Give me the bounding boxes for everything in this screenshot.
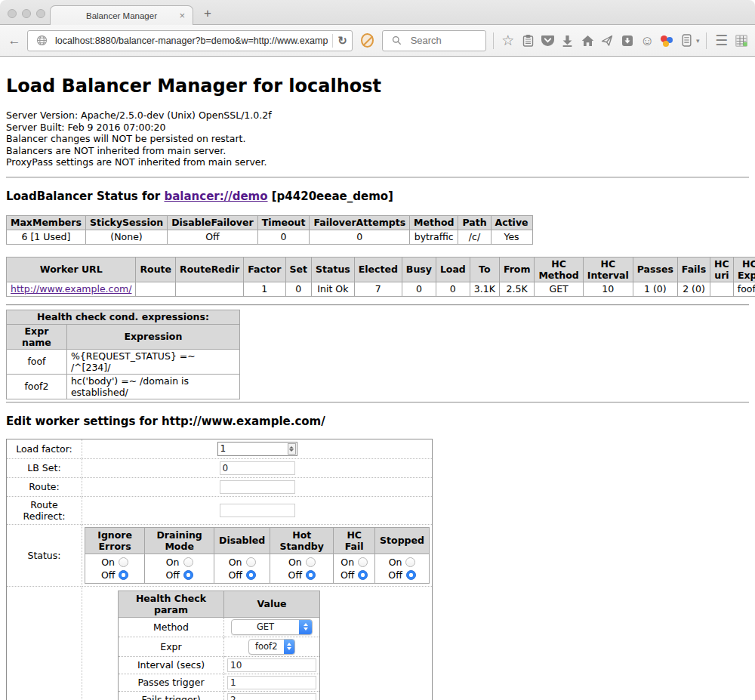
draining-mode-on-radio[interactable] — [183, 557, 193, 567]
search-input[interactable] — [411, 35, 479, 46]
ignore-errors-on-radio[interactable] — [119, 557, 128, 567]
table-header-row: Worker URL Route RouteRedir Factor Set S… — [7, 257, 755, 282]
worker-status-table: Worker URL Route RouteRedir Factor Set S… — [6, 257, 755, 297]
spreadsheet-extension-icon[interactable] — [734, 32, 749, 50]
url-text[interactable]: localhost:8880/balancer-manager?b=demo&w… — [55, 35, 328, 46]
table-row: 6 [1 Used] (None) Off 0 0 bytraffic /c/ … — [7, 230, 533, 244]
route-redirect-row: Route Redirect: — [7, 496, 433, 524]
table-header-row: Expr name Expression — [7, 324, 240, 349]
hot-standby-on-radio[interactable] — [306, 557, 316, 567]
expr-row-foof2: foof2 hc('body') =~ /domain is establish… — [7, 374, 240, 399]
tab-close-icon[interactable]: × — [179, 11, 185, 20]
hc-fails-row: Fails trigger) — [119, 691, 320, 700]
number-spinner[interactable] — [288, 443, 296, 455]
new-tab-button[interactable]: + — [204, 6, 211, 21]
hc-fail-cell: On Off — [334, 554, 375, 583]
send-icon[interactable] — [599, 32, 615, 50]
lb-set-input[interactable] — [220, 461, 295, 475]
browser-window: Balancer Manager × + ← localhost:8880/ba… — [0, 0, 755, 700]
inherit-note-line: Balancers are NOT inherited from main se… — [6, 145, 749, 157]
worker-url-link[interactable]: http://www.example.com/ — [11, 283, 131, 294]
close-window-button[interactable] — [8, 9, 17, 18]
chevron-down-icon[interactable]: ▾ — [696, 37, 700, 45]
disabled-cell: On Off — [214, 554, 270, 583]
load-factor-label: Load factor: — [7, 439, 82, 458]
disabled-off-radio[interactable] — [246, 570, 256, 580]
route-row: Route: — [7, 477, 433, 496]
loadbalancer-status-heading: LoadBalancer Status for balancer://demo … — [6, 190, 749, 203]
status-radios-row: On Off On Off On Off — [85, 554, 430, 583]
menu-icon[interactable]: ☰ — [713, 32, 729, 50]
interval-input[interactable] — [227, 658, 316, 672]
search-icon — [388, 32, 406, 50]
search-bar[interactable] — [382, 30, 486, 51]
health-check-row: Health Check param Value Method GET — [7, 586, 433, 700]
urlbar-divider — [332, 34, 333, 48]
zoom-window-button[interactable] — [36, 9, 45, 18]
pocket-icon[interactable] — [540, 32, 555, 50]
hot-standby-cell: On Off — [270, 554, 334, 583]
chat-smiley-icon[interactable]: ☺ — [639, 32, 655, 50]
colored-dots-icon[interactable] — [659, 32, 674, 50]
fails-trigger-input[interactable] — [227, 693, 316, 700]
route-input[interactable] — [220, 480, 295, 494]
table-header-row: MaxMembers StickySession DisableFailover… — [7, 215, 533, 230]
url-bar[interactable]: localhost:8880/balancer-manager?b=demo&w… — [27, 30, 353, 51]
ignore-errors-off-radio[interactable] — [119, 570, 128, 580]
divider — [6, 304, 749, 306]
extension-download-icon[interactable] — [620, 32, 635, 50]
tab-title: Balancer Manager — [86, 11, 157, 20]
disabled-on-radio[interactable] — [246, 557, 256, 567]
server-version-line: Server Version: Apache/2.5.0-dev (Unix) … — [6, 109, 749, 122]
expr-select[interactable]: foof2 — [248, 639, 295, 655]
method-select[interactable]: GET — [231, 619, 313, 635]
select-arrows-icon — [299, 619, 312, 635]
window-controls — [8, 9, 45, 18]
balancer-demo-link[interactable]: balancer://demo — [164, 190, 267, 203]
hc-header-row: Health Check param Value — [119, 591, 320, 617]
hc-fail-off-radio[interactable] — [358, 570, 368, 580]
proxypass-note-line: ProxyPass settings are NOT inherited fro… — [6, 156, 749, 168]
toolbar-divider — [493, 32, 494, 49]
clipboard-icon[interactable] — [520, 32, 535, 50]
adblock-icon[interactable] — [361, 33, 374, 48]
health-check-table: Health Check param Value Method GET — [118, 591, 320, 700]
home-icon[interactable] — [580, 32, 595, 50]
route-redirect-label: Route Redirect: — [7, 496, 82, 524]
load-factor-input[interactable]: 1 — [217, 442, 297, 456]
hc-interval-row: Interval (secs) — [119, 656, 320, 674]
tab-balancer-manager[interactable]: Balancer Manager × — [50, 5, 193, 25]
hc-fail-on-radio[interactable] — [358, 557, 368, 567]
worker-row: http://www.example.com/ 1 0 Init Ok 7 0 … — [7, 282, 755, 296]
status-header-row: Ignore Errors Draining Mode Disabled Hot… — [85, 527, 430, 554]
draining-mode-cell: On Off — [145, 554, 214, 583]
bookmark-star-icon[interactable]: ☆ — [501, 32, 516, 50]
divider — [6, 177, 749, 178]
hot-standby-off-radio[interactable] — [306, 570, 316, 580]
page-content: Load Balancer Manager for localhost Serv… — [0, 57, 755, 700]
container-icon[interactable] — [680, 32, 695, 50]
download-icon[interactable] — [560, 32, 575, 50]
minimize-window-button[interactable] — [22, 9, 31, 18]
tab-bar: Balancer Manager × + — [0, 0, 755, 25]
divider — [6, 402, 749, 403]
reload-icon[interactable]: ↻ — [337, 34, 347, 48]
stopped-on-radio[interactable] — [405, 557, 415, 567]
server-built-line: Server Built: Feb 9 2016 07:00:20 — [6, 122, 749, 134]
persist-note-line: Balancer changes will NOT be persisted o… — [6, 133, 749, 145]
status-label: Status: — [7, 524, 82, 586]
edit-worker-heading: Edit worker settings for http://www.exam… — [6, 415, 749, 428]
globe-icon — [32, 32, 51, 50]
lb-set-row: LB Set: — [7, 458, 433, 477]
edit-worker-form: Load factor: 1 LB Set: Route: Route Redi… — [6, 439, 433, 700]
toolbar-divider-2 — [706, 32, 707, 49]
route-redirect-input[interactable] — [220, 504, 295, 517]
select-arrows-icon — [284, 639, 295, 655]
passes-trigger-input[interactable] — [227, 676, 316, 689]
navigation-toolbar: ← localhost:8880/balancer-manager?b=demo… — [0, 25, 755, 57]
ignore-errors-cell: On Off — [85, 554, 145, 583]
back-button[interactable]: ← — [6, 31, 23, 51]
hc-method-row: Method GET — [119, 617, 320, 637]
stopped-off-radio[interactable] — [406, 570, 416, 580]
draining-mode-off-radio[interactable] — [183, 570, 193, 580]
